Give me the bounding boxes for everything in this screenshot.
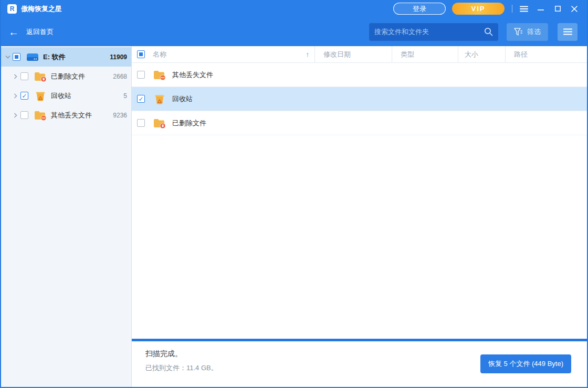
maximize-button[interactable] bbox=[549, 2, 566, 16]
sidebar-item-deleted-files[interactable]: 已删除文件 2668 bbox=[1, 67, 131, 86]
search-input[interactable] bbox=[374, 28, 484, 36]
close-button[interactable] bbox=[566, 2, 583, 16]
column-label-name: 名称 bbox=[153, 50, 166, 59]
recycle-bin-icon bbox=[34, 91, 47, 101]
other-lost-files-checkbox[interactable] bbox=[20, 111, 28, 119]
row-checkbox[interactable] bbox=[137, 95, 145, 103]
sidebar-item-other-lost-files[interactable]: 其他丢失文件 9236 bbox=[1, 105, 131, 125]
app-logo-icon: R bbox=[7, 4, 17, 14]
sidebar-item-count: 9236 bbox=[113, 112, 127, 119]
titlebar-menu-button[interactable] bbox=[516, 2, 532, 16]
view-menu-button[interactable] bbox=[558, 23, 578, 41]
row-name: 其他丢失文件 bbox=[172, 70, 213, 80]
filter-label: 筛选 bbox=[527, 27, 541, 37]
sidebar-item-drive-e[interactable]: E: 软件 11909 bbox=[1, 47, 131, 67]
funnel-icon bbox=[514, 28, 523, 36]
hamburger-icon bbox=[563, 28, 572, 35]
titlebar: R 傲梅恢复之星 登录 VIP bbox=[1, 0, 587, 17]
column-header-type[interactable]: 类型 bbox=[392, 46, 458, 62]
login-button[interactable]: 登录 bbox=[393, 3, 446, 15]
chevron-right-icon[interactable] bbox=[12, 113, 19, 118]
app-body: E: 软件 11909 已删除文件 2668 bbox=[1, 46, 587, 387]
column-header-path[interactable]: 路径 bbox=[505, 46, 587, 62]
recycle-bin-checkbox[interactable] bbox=[20, 92, 28, 100]
deleted-files-checkbox[interactable] bbox=[20, 72, 28, 80]
sort-ascending-icon[interactable]: ↑ bbox=[306, 50, 310, 58]
column-header-name[interactable]: 名称 ↑ bbox=[132, 46, 314, 62]
titlebar-separator bbox=[512, 5, 512, 13]
back-home-button[interactable]: 返回首页 bbox=[26, 27, 54, 37]
table-empty-area bbox=[132, 135, 587, 339]
column-header-size[interactable]: 大小 bbox=[458, 46, 505, 62]
chevron-right-icon[interactable] bbox=[12, 74, 19, 79]
chevron-right-icon[interactable] bbox=[12, 93, 19, 99]
statusbar: 扫描完成。 已找到文件：11.4 GB。 恢复 5 个文件 (449 Byte) bbox=[132, 341, 587, 387]
search-icon[interactable] bbox=[484, 27, 493, 36]
folder-deleted-icon bbox=[153, 118, 166, 128]
vip-button[interactable]: VIP bbox=[452, 3, 505, 15]
sidebar: E: 软件 11909 已删除文件 2668 bbox=[1, 46, 132, 387]
sidebar-item-label: 已删除文件 bbox=[51, 72, 85, 81]
minimize-button[interactable] bbox=[532, 2, 549, 16]
drive-e-checkbox[interactable] bbox=[13, 53, 20, 61]
folder-deleted-icon bbox=[34, 71, 47, 82]
back-arrow-icon[interactable]: ← bbox=[8, 27, 19, 37]
app-title: 傲梅恢复之星 bbox=[21, 4, 62, 14]
sidebar-item-recycle-bin[interactable]: 回收站 5 bbox=[1, 86, 131, 105]
select-all-checkbox[interactable] bbox=[137, 50, 145, 58]
app-window: R 傲梅恢复之星 登录 VIP ← 返回首页 bbox=[0, 0, 588, 388]
toolbar: ← 返回首页 筛选 bbox=[1, 17, 587, 46]
row-name: 回收站 bbox=[172, 94, 193, 104]
sidebar-item-count: 5 bbox=[123, 92, 127, 100]
hamburger-icon bbox=[520, 6, 528, 12]
sidebar-item-label: E: 软件 bbox=[43, 52, 66, 62]
row-name: 已删除文件 bbox=[172, 118, 206, 128]
sidebar-item-count: 11909 bbox=[110, 53, 127, 61]
sidebar-item-label: 回收站 bbox=[51, 91, 71, 101]
table-row-recycle-bin[interactable]: 回收站 bbox=[132, 87, 587, 111]
recover-button[interactable]: 恢复 5 个文件 (449 Byte) bbox=[480, 354, 571, 373]
column-header-modified[interactable]: 修改日期 bbox=[314, 46, 392, 62]
maximize-icon bbox=[555, 6, 561, 12]
folder-lost-icon bbox=[153, 70, 166, 80]
sidebar-item-label: 其他丢失文件 bbox=[51, 111, 92, 120]
search-box bbox=[369, 23, 498, 41]
row-checkbox[interactable] bbox=[137, 119, 145, 127]
folder-lost-icon bbox=[34, 110, 47, 121]
drive-icon bbox=[26, 52, 39, 62]
table-row-deleted-files[interactable]: 已删除文件 bbox=[132, 111, 587, 135]
minimize-icon bbox=[538, 6, 544, 12]
recycle-bin-icon bbox=[153, 94, 166, 104]
chevron-down-icon[interactable] bbox=[4, 55, 12, 59]
table-row-other-lost-files[interactable]: 其他丢失文件 bbox=[132, 63, 587, 87]
file-table: 名称 ↑ 修改日期 类型 大小 路径 其他丢失文件 bbox=[132, 46, 587, 387]
close-icon bbox=[571, 6, 578, 12]
filter-button[interactable]: 筛选 bbox=[507, 23, 548, 41]
row-checkbox[interactable] bbox=[137, 71, 145, 79]
table-header: 名称 ↑ 修改日期 类型 大小 路径 bbox=[132, 46, 587, 63]
sidebar-item-count: 2668 bbox=[113, 73, 127, 80]
